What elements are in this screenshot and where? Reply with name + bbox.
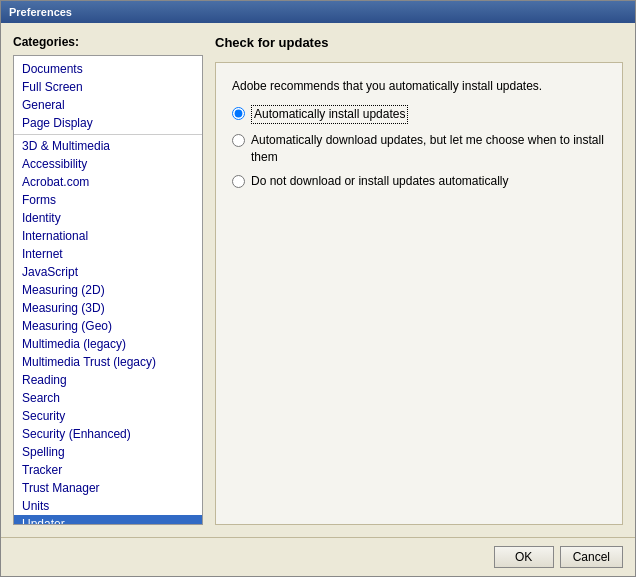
- radio-input-no-download[interactable]: [232, 175, 245, 188]
- sidebar-item-internet[interactable]: Internet: [14, 245, 202, 263]
- sidebar-item-measuring-2d[interactable]: Measuring (2D): [14, 281, 202, 299]
- sidebar-item-acrobat-com[interactable]: Acrobat.com: [14, 173, 202, 191]
- preferences-window: Preferences Categories: DocumentsFull Sc…: [0, 0, 636, 577]
- sidebar-item-international[interactable]: International: [14, 227, 202, 245]
- sidebar-item-javascript[interactable]: JavaScript: [14, 263, 202, 281]
- sidebar-item-search[interactable]: Search: [14, 389, 202, 407]
- sidebar-item-updater[interactable]: Updater: [14, 515, 202, 525]
- section-content: Adobe recommends that you automatically …: [215, 62, 623, 525]
- description-text: Adobe recommends that you automatically …: [232, 79, 606, 93]
- sidebar-item-identity[interactable]: Identity: [14, 209, 202, 227]
- categories-label: Categories:: [13, 35, 203, 49]
- radio-option-auto-download: Automatically download updates, but let …: [232, 132, 606, 166]
- sidebar-item-measuring-geo[interactable]: Measuring (Geo): [14, 317, 202, 335]
- sidebar-item-full-screen[interactable]: Full Screen: [14, 78, 202, 96]
- title-bar: Preferences: [1, 1, 635, 23]
- category-group-1: DocumentsFull ScreenGeneralPage Display: [14, 58, 202, 135]
- radio-input-auto-download[interactable]: [232, 134, 245, 147]
- sidebar-item-multimedia-legacy[interactable]: Multimedia (legacy): [14, 335, 202, 353]
- sidebar-item-page-display[interactable]: Page Display: [14, 114, 202, 132]
- radio-options-container: Automatically install updatesAutomatical…: [232, 105, 606, 190]
- right-panel: Check for updates Adobe recommends that …: [215, 35, 623, 525]
- sidebar-item-measuring-3d[interactable]: Measuring (3D): [14, 299, 202, 317]
- sidebar-item-security-enhanced[interactable]: Security (Enhanced): [14, 425, 202, 443]
- sidebar-item-3d-multimedia[interactable]: 3D & Multimedia: [14, 137, 202, 155]
- sidebar-item-units[interactable]: Units: [14, 497, 202, 515]
- sidebar-item-general[interactable]: General: [14, 96, 202, 114]
- sidebar-item-documents[interactable]: Documents: [14, 60, 202, 78]
- category-list: DocumentsFull ScreenGeneralPage Display …: [13, 55, 203, 525]
- sidebar-item-trust-manager[interactable]: Trust Manager: [14, 479, 202, 497]
- radio-option-no-download: Do not download or install updates autom…: [232, 173, 606, 190]
- sidebar-item-multimedia-trust[interactable]: Multimedia Trust (legacy): [14, 353, 202, 371]
- sidebar-item-spelling[interactable]: Spelling: [14, 443, 202, 461]
- left-panel: Categories: DocumentsFull ScreenGeneralP…: [13, 35, 203, 525]
- window-title: Preferences: [9, 6, 72, 18]
- radio-label-auto-download: Automatically download updates, but let …: [251, 132, 606, 166]
- cancel-button[interactable]: Cancel: [560, 546, 623, 568]
- bottom-bar: OK Cancel: [1, 537, 635, 576]
- ok-button[interactable]: OK: [494, 546, 554, 568]
- section-title: Check for updates: [215, 35, 623, 54]
- sidebar-item-accessibility[interactable]: Accessibility: [14, 155, 202, 173]
- category-group-2: 3D & MultimediaAccessibilityAcrobat.comF…: [14, 135, 202, 525]
- sidebar-item-security[interactable]: Security: [14, 407, 202, 425]
- sidebar-item-reading[interactable]: Reading: [14, 371, 202, 389]
- sidebar-item-forms[interactable]: Forms: [14, 191, 202, 209]
- radio-option-auto-install: Automatically install updates: [232, 105, 606, 124]
- radio-input-auto-install[interactable]: [232, 107, 245, 120]
- radio-label-auto-install: Automatically install updates: [251, 105, 408, 124]
- sidebar-item-tracker[interactable]: Tracker: [14, 461, 202, 479]
- radio-label-no-download: Do not download or install updates autom…: [251, 173, 508, 190]
